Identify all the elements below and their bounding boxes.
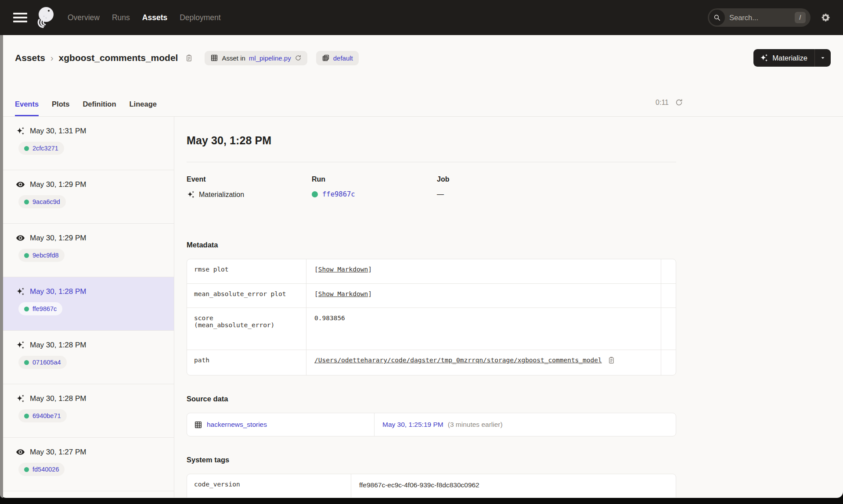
- observation-eye-icon: [16, 233, 25, 243]
- event-timestamp: May 30, 1:29 PM: [30, 234, 86, 243]
- tab-lineage[interactable]: Lineage: [130, 89, 157, 116]
- event-list-item[interactable]: May 30, 1:28 PM 6940be71: [0, 384, 174, 438]
- event-timestamp: May 30, 1:28 PM: [30, 287, 86, 296]
- table-row: code_version ffe9867c-ec9c-4f06-939c-f8d…: [187, 474, 676, 497]
- event-list-item[interactable]: May 30, 1:27 PM fd540026: [0, 438, 174, 491]
- app-window: Overview Runs Assets Deployment Search..…: [0, 0, 843, 504]
- source-data-heading: Source data: [187, 395, 676, 403]
- materialize-label: Materialize: [772, 54, 807, 62]
- run-id-badge[interactable]: ffe9867c: [18, 302, 62, 315]
- window-bottom-bar: [0, 498, 843, 504]
- run-id-badge[interactable]: 9ebc9fd8: [18, 249, 65, 262]
- run-status-dot: [24, 253, 29, 258]
- materialize-split-button: Materialize: [753, 49, 831, 67]
- run-id-badge[interactable]: fd540026: [18, 463, 65, 476]
- copy-asset-name-icon[interactable]: [185, 54, 193, 62]
- group-name-link[interactable]: default: [333, 54, 353, 62]
- dagster-logo[interactable]: [34, 5, 57, 30]
- event-timestamp: May 30, 1:29 PM: [30, 180, 86, 189]
- asset-grid-icon: [194, 421, 202, 429]
- breadcrumb-assets-link[interactable]: Assets: [15, 53, 45, 63]
- run-id-label: 9aca6c9d: [32, 198, 60, 205]
- asset-grid-icon: [210, 54, 218, 62]
- menu-icon[interactable]: [13, 11, 27, 25]
- materialization-sparkle-icon: [16, 340, 25, 350]
- event-detail-title: May 30, 1:28 PM: [187, 134, 676, 147]
- metadata-heading: Metadata: [187, 241, 676, 249]
- path-link[interactable]: /Users/odetteharary/code/dagster/tmp_0mz…: [314, 357, 602, 364]
- event-label: Event: [187, 175, 312, 183]
- event-timestamp: May 30, 1:27 PM: [30, 448, 86, 457]
- reload-location-icon[interactable]: [295, 54, 302, 61]
- system-tags-table: code_version ffe9867c-ec9c-4f06-939c-f8d…: [187, 474, 676, 497]
- tab-strip: Events Plots Definition Lineage 0:11: [0, 89, 843, 117]
- refresh-button[interactable]: [675, 98, 683, 107]
- system-tag-key: code_version: [187, 474, 351, 497]
- table-row: hackernews_stories May 30, 1:25:19 PM (3…: [187, 413, 676, 436]
- search-placeholder: Search...: [729, 14, 758, 22]
- run-status-dot: [24, 414, 29, 418]
- run-label: Run: [312, 175, 437, 183]
- run-status-dot: [312, 191, 318, 197]
- metadata-key: path: [187, 350, 306, 375]
- event-timestamp: May 30, 1:28 PM: [30, 394, 86, 403]
- run-id-label: fd540026: [32, 466, 59, 473]
- tab-plots[interactable]: Plots: [52, 89, 69, 116]
- bracket: ]: [368, 266, 372, 273]
- source-timestamp-link[interactable]: May 30, 1:25:19 PM: [382, 421, 443, 429]
- nav-item-overview[interactable]: Overview: [68, 13, 100, 22]
- observation-eye-icon: [16, 447, 25, 457]
- metadata-table: rmse plot [Show Markdown] mean_absolute_…: [187, 259, 676, 375]
- source-data-table: hackernews_stories May 30, 1:25:19 PM (3…: [187, 413, 676, 436]
- materialization-sparkle-icon: [187, 190, 195, 199]
- table-spacer-cell: [661, 350, 676, 375]
- nav-item-deployment[interactable]: Deployment: [180, 13, 220, 22]
- job-column: Job —: [437, 175, 676, 199]
- materialize-dropdown-button[interactable]: [814, 49, 831, 67]
- materialize-button[interactable]: Materialize: [753, 49, 814, 67]
- run-status-dot: [24, 360, 29, 365]
- refresh-countdown: 0:11: [656, 99, 669, 107]
- system-tag-value: ffe9867c-ec9c-4f06-939c-f8dc830c0962: [351, 474, 676, 496]
- metadata-key: mean_absolute_error plot: [187, 284, 306, 307]
- primary-nav: Overview Runs Assets Deployment: [68, 13, 221, 22]
- bracket: ]: [368, 290, 372, 297]
- event-summary-columns: Event Materialization Run ffe9867c: [187, 175, 676, 199]
- settings-button[interactable]: [820, 12, 831, 23]
- group-badge[interactable]: default: [316, 51, 359, 65]
- tab-definition[interactable]: Definition: [83, 89, 116, 116]
- asset-file-link[interactable]: ml_pipeline.py: [249, 54, 291, 62]
- event-list-item-selected[interactable]: May 30, 1:28 PM ffe9867c: [0, 277, 174, 331]
- nav-item-runs[interactable]: Runs: [112, 13, 130, 22]
- run-id-label: 9ebc9fd8: [32, 252, 59, 259]
- nav-item-assets[interactable]: Assets: [142, 13, 167, 22]
- run-id-badge[interactable]: 071605a4: [18, 356, 67, 369]
- show-markdown-link[interactable]: Show Markdown: [318, 290, 368, 297]
- run-status-dot: [24, 307, 29, 311]
- run-id-badge[interactable]: 9aca6c9d: [18, 195, 66, 208]
- event-list-item[interactable]: May 30, 1:29 PM 9ebc9fd8: [0, 224, 174, 277]
- search-input[interactable]: Search... /: [708, 8, 811, 27]
- run-id-badge[interactable]: 2cfc3271: [18, 142, 64, 155]
- event-list-item[interactable]: May 30, 1:31 PM 2cfc3271: [0, 117, 174, 170]
- show-markdown-link[interactable]: Show Markdown: [318, 266, 368, 273]
- asset-location-badge[interactable]: Asset in ml_pipeline.py: [205, 51, 307, 65]
- event-timestamp: May 30, 1:31 PM: [30, 127, 86, 136]
- event-column: Event Materialization: [187, 175, 312, 199]
- table-spacer-cell: [661, 284, 676, 307]
- tab-events[interactable]: Events: [15, 89, 39, 116]
- system-tags-heading: System tags: [187, 456, 676, 464]
- asset-location-prefix: Asset in: [222, 54, 245, 62]
- event-list-item[interactable]: May 30, 1:28 PM 071605a4: [0, 331, 174, 384]
- source-asset-link[interactable]: hackernews_stories: [207, 421, 267, 429]
- run-id-badge[interactable]: 6940be71: [18, 409, 67, 422]
- event-list-item[interactable]: May 30, 1:29 PM 9aca6c9d: [0, 170, 174, 224]
- run-status-dot: [24, 146, 29, 151]
- table-row: mean_absolute_error plot [Show Markdown]: [187, 283, 676, 307]
- materialization-sparkle-icon: [16, 394, 25, 403]
- sparkle-icon: [760, 54, 768, 62]
- run-link[interactable]: ffe9867c: [312, 190, 355, 198]
- content: May 30, 1:31 PM 2cfc3271 May 30, 1:29 PM: [0, 117, 843, 497]
- copy-path-icon[interactable]: [607, 356, 616, 365]
- event-type-value: Materialization: [199, 191, 244, 199]
